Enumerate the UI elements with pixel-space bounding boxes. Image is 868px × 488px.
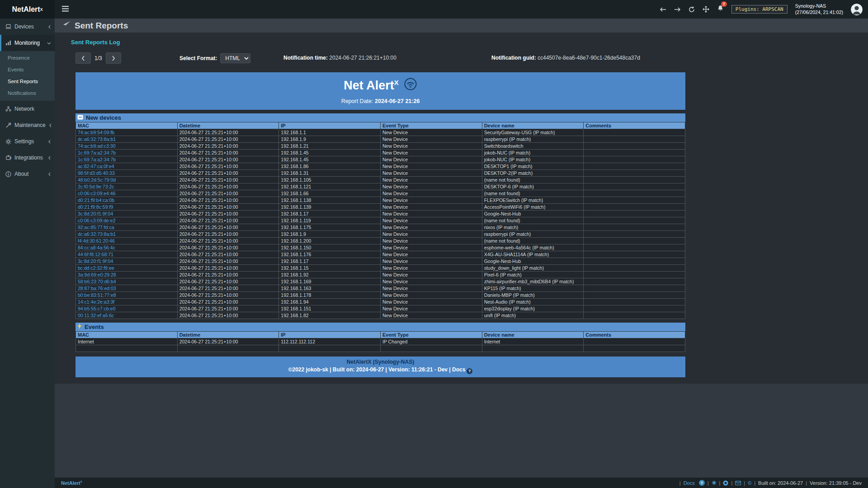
mac-cell[interactable]: 94:b5:55:c7:cb:e0 xyxy=(76,305,178,312)
datetime-cell: 2024-06-27 21:25:21+10:00 xyxy=(177,183,279,190)
ip-cell: 192.168.1.82 xyxy=(279,312,381,319)
notifications-button[interactable]: 7 xyxy=(717,5,724,14)
chart-icon xyxy=(5,40,11,46)
footer-brand[interactable]: NetAlertX xyxy=(61,480,82,486)
event-type-cell: New Device xyxy=(380,183,482,190)
mac-cell[interactable]: ac:82:47:ca:0f:e4 xyxy=(76,163,178,170)
copyright-icon[interactable]: © xyxy=(748,480,751,486)
new-devices-section-title: New devices xyxy=(86,114,121,121)
user-avatar[interactable] xyxy=(851,4,863,15)
sidebar-item-presence[interactable]: Presence xyxy=(0,52,55,64)
github-icon[interactable] xyxy=(723,480,728,486)
lightning-icon xyxy=(77,323,82,331)
datetime-cell: 2024-06-27 21:25:21+10:00 xyxy=(177,143,279,150)
sidebar-item-events[interactable]: Events xyxy=(0,64,55,75)
puzzle-icon xyxy=(5,155,11,160)
mac-cell[interactable]: 3a:9d:69:e0:29:28 xyxy=(76,272,178,278)
comments-cell xyxy=(584,312,685,319)
sent-reports-log-link[interactable]: Sent Reports Log xyxy=(71,39,120,46)
mac-cell[interactable]: 58:b6:23:70:d6:b4 xyxy=(76,278,178,285)
mac-cell[interactable]: bc:dd:c2:32:f9:ee xyxy=(76,265,178,272)
event-type-cell: New Device xyxy=(380,231,482,238)
comments-cell xyxy=(584,265,685,272)
mac-cell[interactable]: 74:ac:b9:ad:c3:30 xyxy=(76,143,178,150)
event-type-cell: New Device xyxy=(380,190,482,197)
mac-cell[interactable]: c0:06:c3:09:e4:46 xyxy=(76,190,178,197)
sidebar-item-devices[interactable]: Devices xyxy=(0,19,55,35)
mac-cell[interactable]: dc:a6:32:73:8a:b1 xyxy=(76,136,178,143)
mac-cell[interactable]: 84:cc:a8:4a:56:4c xyxy=(76,244,178,251)
mac-cell[interactable]: 28:87:ba:76:ed:03 xyxy=(76,285,178,292)
report-table-row: 74:ac:b9:54:09:fb2024-06-27 21:25:21+10:… xyxy=(76,129,685,136)
plugins-badge[interactable]: Plugins: ARPSCAN xyxy=(731,5,788,14)
datetime-cell: 2024-06-27 21:25:21+10:00 xyxy=(177,170,279,177)
report-date: Report Date: 2024-06-27 21:26 xyxy=(75,98,685,104)
back-icon[interactable] xyxy=(660,7,666,12)
next-page-button[interactable] xyxy=(106,52,121,64)
mac-cell[interactable]: d0:21:f9:b4:ca:0b xyxy=(76,197,178,204)
sidebar-item-monitoring[interactable]: Monitoring xyxy=(0,35,55,51)
sidebar-item-about[interactable]: About xyxy=(0,166,55,182)
mac-cell[interactable]: 3c:8d:20:f1:9f:04 xyxy=(76,211,178,217)
prev-page-button[interactable] xyxy=(75,52,91,64)
comments-cell xyxy=(584,244,685,251)
report-table-row: d0:21:f9:b4:ca:0b2024-06-27 21:25:21+10:… xyxy=(76,197,685,204)
device-name-cell: Google-Nest-Hub xyxy=(482,258,584,265)
mac-cell[interactable]: 92:ac:85:77:fd:ca xyxy=(76,224,178,231)
datetime-cell: 2024-06-27 21:25:21+10:00 xyxy=(177,217,279,224)
mac-cell[interactable]: f4:4d:30:61:20:46 xyxy=(76,238,178,244)
table-header-row: MAC Datetime IP Event Type Device name C… xyxy=(76,332,685,338)
mac-cell[interactable]: 1c:69:7a:a2:34:7b xyxy=(76,156,178,163)
mac-cell[interactable]: 98:5f:d3:d5:40:33 xyxy=(76,170,178,177)
sidebar-item-label: About xyxy=(14,171,28,177)
device-name-cell: nixos (IP match) xyxy=(482,224,584,231)
sidebar-item-notifications[interactable]: Notifications xyxy=(0,87,55,99)
mac-cell[interactable]: 48:b0:2d:5c:79:0d xyxy=(76,177,178,183)
datetime-cell: 2024-06-27 21:25:21+10:00 xyxy=(177,285,279,292)
refresh-icon[interactable] xyxy=(689,6,695,13)
mac-cell[interactable]: c0:06:c3:09:de:e2 xyxy=(76,217,178,224)
brand-text: NetAlert xyxy=(12,5,40,14)
help-icon[interactable]: ? xyxy=(699,480,705,486)
comments-cell xyxy=(584,177,685,183)
device-name-cell: esp32display (IP match) xyxy=(482,305,584,312)
mac-cell[interactable]: dc:a6:32:73:8a:b1 xyxy=(76,231,178,238)
docs-help-icon[interactable]: ? xyxy=(467,368,472,374)
device-name-cell: Internet xyxy=(482,338,584,345)
footer-docs-link[interactable]: Docs xyxy=(684,480,695,486)
mac-cell[interactable]: 14:c1:4e:2e:a3:3f xyxy=(76,299,178,305)
mac-cell[interactable]: 00:11:32:ef:a5:6c xyxy=(76,312,178,319)
datetime-cell: 2024-06-27 21:25:21+10:00 xyxy=(177,258,279,265)
email-icon[interactable] xyxy=(735,481,741,485)
empty-cell xyxy=(380,345,482,352)
sidebar-item-sent-reports[interactable]: Sent Reports xyxy=(0,75,55,87)
mac-cell[interactable]: d0:21:f9:8c:59:f9 xyxy=(76,204,178,211)
navbar-right: 7 Plugins: ARPSCAN Synology-NAS (27/06/2… xyxy=(660,0,868,19)
sidebar-item-maintenance[interactable]: Maintenance xyxy=(0,117,55,133)
forward-icon[interactable] xyxy=(674,7,681,12)
mac-cell[interactable]: 3c:8d:20:f1:9f:04 xyxy=(76,258,178,265)
notification-count-badge: 7 xyxy=(721,1,727,7)
mac-cell[interactable]: b0:be:83:51:77:e8 xyxy=(76,292,178,299)
empty-cell xyxy=(482,345,584,352)
report-table-row: 00:11:32:ef:a5:6c2024-06-27 21:25:21+10:… xyxy=(76,312,685,319)
mac-cell[interactable]: 1c:69:7a:a2:34:7b xyxy=(76,150,178,156)
sidebar-item-integrations[interactable]: Integrations xyxy=(0,150,55,166)
report-date-value: 2024-06-27 21:26 xyxy=(375,98,420,104)
move-icon[interactable] xyxy=(703,6,709,13)
format-select[interactable]: HTML xyxy=(220,53,250,63)
brand-logo[interactable]: NetAlertX xyxy=(0,0,55,19)
mac-cell[interactable]: 74:ac:b9:54:09:fb xyxy=(76,129,178,136)
mac-cell[interactable]: 2c:f0:5d:9e:73:2c xyxy=(76,183,178,190)
comments-cell xyxy=(584,183,685,190)
sidebar-item-settings[interactable]: Settings xyxy=(0,133,55,150)
bug-report-icon[interactable] xyxy=(712,480,717,485)
mac-cell[interactable]: 44:6f:f8:12:68:71 xyxy=(76,251,178,258)
empty-cell xyxy=(279,345,381,352)
device-name-cell: raspberrypi (IP match) xyxy=(482,136,584,143)
device-name-cell: esphome-web-4a564c (IP match) xyxy=(482,244,584,251)
empty-cell xyxy=(76,345,178,352)
footer-version: Version: 21:39:05 - Dev xyxy=(810,480,862,486)
sidebar-item-network[interactable]: Network xyxy=(0,101,55,117)
sidebar-toggle-button[interactable] xyxy=(55,0,75,19)
